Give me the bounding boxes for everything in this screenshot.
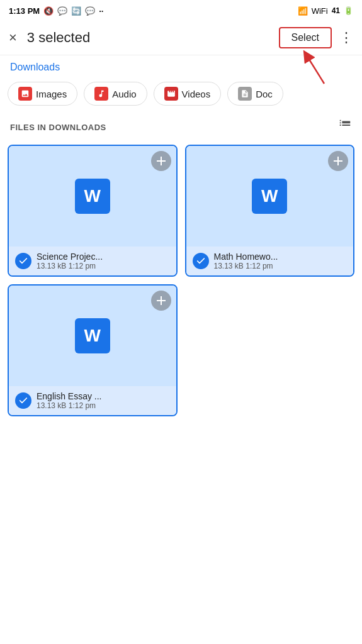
chip-videos-label: Videos: [182, 89, 211, 99]
list-view-icon[interactable]: [338, 118, 352, 136]
expand-icon-2: [151, 291, 171, 311]
status-bar: 1:13 PM 🔇 💬 🔄 💬 ·· 📶 WiFi 41 🔋: [0, 0, 362, 20]
images-svg: [21, 89, 30, 98]
word-icon-0: W: [75, 179, 110, 214]
file-size-0: 13.13 kB 1:12 pm: [37, 262, 103, 270]
file-info-1: Math Homewo... 13.13 kB 1:12 pm: [186, 247, 354, 275]
word-icon-2: W: [75, 318, 110, 353]
check-circle-2: [15, 392, 31, 409]
docs-svg: [240, 89, 249, 98]
docs-icon: [238, 87, 252, 101]
chip-images-label: Images: [36, 89, 67, 99]
file-name-0: Science Projec...: [37, 252, 103, 262]
time-text: 1:13 PM: [9, 6, 40, 16]
file-preview-0: W: [9, 146, 176, 247]
close-button[interactable]: ×: [9, 31, 17, 45]
file-info-2: English Essay ... 13.13 kB 1:12 pm: [9, 386, 176, 415]
file-size-1: 13.13 kB 1:12 pm: [214, 262, 278, 270]
dots-icon: ··: [99, 6, 103, 16]
expand-cross-1: [334, 157, 342, 165]
file-card-2[interactable]: W English Essay ... 13.13 kB 1:12 pm: [8, 284, 178, 416]
chip-videos[interactable]: Videos: [154, 82, 222, 106]
section-title: FILES IN DOWNLOADS: [10, 123, 106, 132]
breadcrumb-link[interactable]: Downloads: [10, 62, 60, 72]
filter-chips-row: Images Audio Videos Doc: [0, 77, 362, 111]
images-icon: [18, 87, 32, 101]
status-right: 📶 WiFi 41 🔋: [298, 6, 353, 16]
check-svg-1: [196, 256, 206, 266]
chip-audio-label: Audio: [112, 89, 136, 99]
battery-text: 41: [332, 6, 340, 15]
battery-icon: 🔋: [344, 6, 353, 15]
chip-docs[interactable]: Doc: [227, 82, 283, 106]
word-icon-1: W: [252, 179, 287, 214]
file-card-0[interactable]: W Science Projec... 13.13 kB 1:12 pm: [8, 145, 178, 277]
audio-svg: [97, 89, 106, 98]
messenger-icon: 💬: [57, 6, 67, 16]
check-svg-2: [18, 396, 28, 406]
check-circle-0: [15, 253, 31, 269]
expand-icon-0: [151, 151, 171, 171]
chip-docs-label: Doc: [256, 89, 273, 99]
file-info-0: Science Projec... 13.13 kB 1:12 pm: [9, 247, 176, 275]
wifi-icon: WiFi: [312, 6, 328, 16]
mute-icon: 🔇: [43, 6, 54, 16]
file-size-2: 13.13 kB 1:12 pm: [37, 401, 102, 410]
file-meta-0: Science Projec... 13.13 kB 1:12 pm: [37, 252, 103, 270]
chip-images[interactable]: Images: [8, 82, 77, 106]
breadcrumb[interactable]: Downloads: [0, 55, 362, 77]
expand-icon-1: [328, 151, 348, 171]
check-circle-1: [193, 253, 209, 269]
chip-audio[interactable]: Audio: [84, 82, 147, 106]
videos-icon: [164, 87, 178, 101]
sync-icon: 🔄: [71, 6, 81, 16]
file-name-2: English Essay ...: [37, 391, 102, 401]
videos-svg: [167, 89, 176, 98]
audio-icon: [94, 87, 108, 101]
list-view-svg: [338, 118, 352, 132]
check-svg-0: [18, 256, 28, 266]
select-button[interactable]: Select: [279, 27, 332, 48]
file-preview-1: W: [186, 146, 354, 247]
section-header: FILES IN DOWNLOADS: [0, 111, 362, 141]
file-card-1[interactable]: W Math Homewo... 13.13 kB 1:12 pm: [185, 145, 355, 277]
file-meta-2: English Essay ... 13.13 kB 1:12 pm: [37, 391, 102, 410]
selection-title: 3 selected: [27, 30, 279, 46]
messenger2-icon: 💬: [85, 6, 95, 16]
file-preview-2: W: [9, 286, 176, 386]
file-name-1: Math Homewo...: [214, 252, 278, 262]
status-time: 1:13 PM 🔇 💬 🔄 💬 ··: [9, 6, 103, 16]
file-grid-row2: W English Essay ... 13.13 kB 1:12 pm: [0, 284, 362, 424]
more-options-icon[interactable]: ⋮: [339, 30, 353, 46]
file-grid-row1: W Science Projec... 13.13 kB 1:12 pm W: [0, 141, 362, 284]
expand-cross-2: [157, 296, 166, 305]
file-meta-1: Math Homewo... 13.13 kB 1:12 pm: [214, 252, 278, 270]
expand-cross-0: [157, 157, 166, 165]
signal-icon: 📶: [298, 6, 308, 16]
app-bar: × 3 selected Select ⋮: [0, 20, 362, 55]
